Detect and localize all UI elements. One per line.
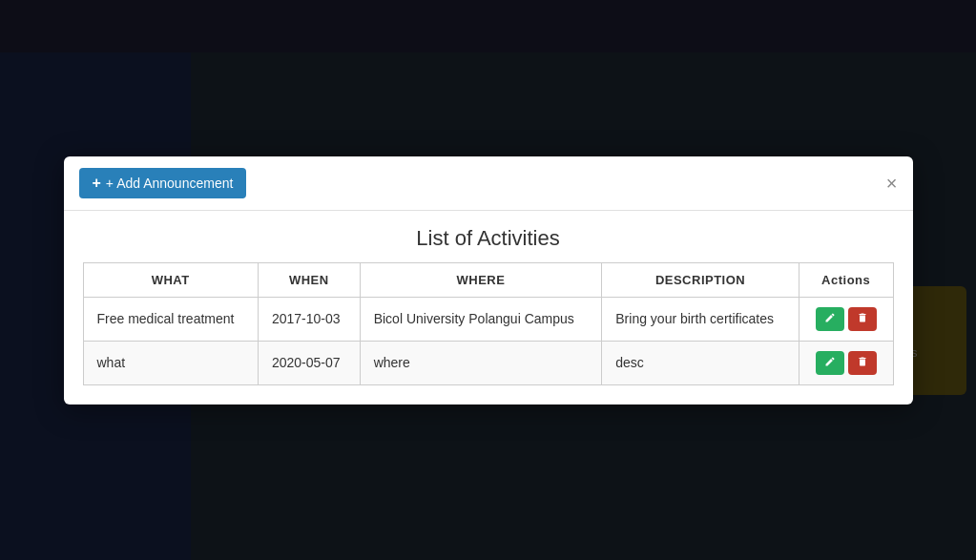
modal-header: + + Add Announcement × <box>64 156 913 211</box>
col-description: DESCRIPTION <box>602 262 799 297</box>
delete-button[interactable] <box>848 351 877 375</box>
col-what: WHAT <box>83 262 258 297</box>
modal-title: List of Activities <box>64 211 913 262</box>
col-where: WHERE <box>360 262 602 297</box>
delete-button[interactable] <box>848 307 877 331</box>
edit-button[interactable] <box>816 307 844 331</box>
cell-description: desc <box>602 341 799 384</box>
modal-body: WHAT WHEN WHERE DESCRIPTION Actions Free… <box>64 262 913 385</box>
table-body: Free medical treatment2017-10-03Bicol Un… <box>83 297 893 384</box>
cell-description: Bring your birth certificates <box>602 297 799 341</box>
table-row: what2020-05-07wheredesc <box>83 341 893 384</box>
modal-backdrop: + + Add Announcement × List of Activitie… <box>0 0 976 560</box>
cell-actions <box>799 341 893 384</box>
table-row: Free medical treatment2017-10-03Bicol Un… <box>83 297 893 341</box>
activities-table: WHAT WHEN WHERE DESCRIPTION Actions Free… <box>83 262 894 385</box>
edit-button[interactable] <box>816 351 844 375</box>
cell-where: Bicol University Polangui Campus <box>360 297 602 341</box>
close-button[interactable]: × <box>886 174 898 193</box>
cell-when: 2020-05-07 <box>258 341 360 384</box>
table-header: WHAT WHEN WHERE DESCRIPTION Actions <box>83 262 893 297</box>
col-when: WHEN <box>258 262 360 297</box>
cell-when: 2017-10-03 <box>258 297 360 341</box>
cell-what: what <box>83 341 258 384</box>
cell-actions <box>799 297 893 341</box>
cell-where: where <box>360 341 602 384</box>
add-announcement-label: + Add Announcement <box>106 176 234 191</box>
plus-icon: + <box>93 175 101 192</box>
activities-modal: + + Add Announcement × List of Activitie… <box>64 156 913 404</box>
cell-what: Free medical treatment <box>83 297 258 341</box>
table-header-row: WHAT WHEN WHERE DESCRIPTION Actions <box>83 262 893 297</box>
col-actions: Actions <box>799 262 893 297</box>
add-announcement-button[interactable]: + + Add Announcement <box>79 168 247 198</box>
